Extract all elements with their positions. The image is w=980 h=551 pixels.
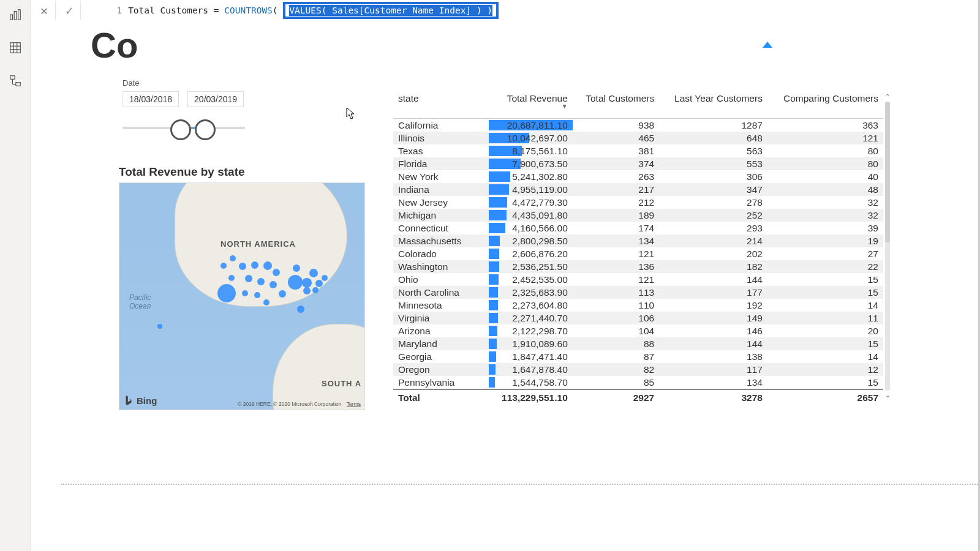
table-row[interactable]: Connecticut4,160,566.0017429339 [393,222,883,234]
table-row[interactable]: Washington2,536,251.5013618222 [393,260,883,273]
map-bubble[interactable] [221,263,227,269]
map-bubble[interactable] [302,278,312,288]
col-revenue[interactable]: Total Revenue▼ [489,91,573,119]
map-bubble[interactable] [293,264,300,272]
map-bubble[interactable] [263,261,272,270]
cell-comp: 15 [767,337,883,350]
svg-rect-2 [18,10,21,20]
map-bubble[interactable] [312,287,318,293]
date-start-input[interactable]: 18/03/2018 [123,91,179,107]
table-row[interactable]: Michigan4,435,091.8018925232 [393,209,883,222]
map-visual[interactable]: Total Revenue by state NORTH AMERICA SOU… [119,165,370,410]
map-bubble[interactable] [230,255,236,261]
cell-revenue: 1,647,878.40 [489,363,573,376]
col-comp-customers[interactable]: Comparing Customers [767,91,883,119]
mouse-cursor-icon [346,107,356,121]
table-row[interactable]: Arizona2,122,298.7010414620 [393,324,883,337]
slider-handle-end[interactable] [195,119,216,140]
table-row[interactable]: Indiana4,955,119.0021734748 [393,183,883,196]
map-bubble[interactable] [273,269,280,276]
map-bubble[interactable] [322,275,328,281]
map-bubble[interactable] [217,284,236,302]
date-end-input[interactable]: 20/03/2019 [187,91,244,107]
date-slicer[interactable]: Date 18/03/2018 20/03/2019 [123,78,245,140]
cell-revenue: 2,271,440.70 [489,312,573,324]
formula-bar[interactable]: ✕ ✓ 1Total Customers = COUNTROWS( VALUES… [31,0,502,21]
table-row[interactable]: Illinois10,042,697.00465648121 [393,132,883,144]
model-view-button[interactable] [4,70,26,92]
cell-customers: 465 [573,132,659,144]
page-divider [61,484,980,485]
map-bubble[interactable] [242,290,248,296]
formula-cancel-button[interactable]: ✕ [33,1,56,20]
table-row[interactable]: New York5,241,302.8026330640 [393,170,883,183]
table-scrollbar[interactable]: ⌃ ⌄ [883,93,892,399]
cell-comp: 15 [767,376,883,389]
map-bubble[interactable] [288,275,303,290]
table-visual[interactable]: state Total Revenue▼ Total Customers Las… [393,91,883,405]
table-row[interactable]: Texas8,175,561.1038156380 [393,144,883,157]
report-view-button[interactable] [4,4,26,26]
map-bubble[interactable] [315,280,323,287]
map-bubble[interactable] [263,299,270,305]
table-row[interactable]: Georgia1,847,471.408713814 [393,350,883,363]
bing-icon [124,395,133,406]
revenue-table[interactable]: state Total Revenue▼ Total Customers Las… [393,91,883,405]
cell-revenue: 4,472,779.30 [489,196,573,209]
map-bubble[interactable] [297,305,304,313]
map-canvas[interactable]: NORTH AMERICA SOUTH A Pacific Ocean [119,182,365,410]
cell-customers: 174 [573,222,659,234]
map-bubble[interactable] [309,269,318,277]
map-bubble[interactable] [303,287,311,294]
formula-text[interactable]: 1Total Customers = COUNTROWS( VALUES( Sa… [81,0,502,26]
total-customers: 2927 [573,389,659,405]
table-row[interactable]: Florida7,900,673.5037455380 [393,157,883,170]
formula-commit-button[interactable]: ✓ [58,1,81,20]
cell-ly: 306 [659,170,767,183]
cell-state: Washington [393,260,489,273]
table-row[interactable]: Minnesota2,273,604.8011019214 [393,299,883,312]
scroll-down-icon[interactable]: ⌄ [883,392,892,399]
table-row[interactable]: Maryland1,910,089.608814415 [393,337,883,350]
cell-comp: 14 [767,350,883,363]
report-canvas: ✕ ✓ 1Total Customers = COUNTROWS( VALUES… [31,0,980,551]
table-row[interactable]: Oregon1,647,878.408211712 [393,363,883,376]
svg-rect-9 [16,83,20,86]
map-bubble[interactable] [279,290,286,298]
map-bubble[interactable] [254,292,260,298]
slider-handle-start[interactable] [170,119,191,140]
table-row[interactable]: New Jersey4,472,779.3021227832 [393,196,883,209]
map-bubble[interactable] [251,261,258,269]
cell-customers: 87 [573,350,659,363]
map-terms-link[interactable]: Terms [347,401,361,407]
data-view-button[interactable] [4,37,26,59]
col-customers[interactable]: Total Customers [573,91,659,119]
map-bubble[interactable] [257,278,265,285]
map-bubble[interactable] [245,275,252,282]
table-row[interactable]: Virginia2,271,440.7010614911 [393,312,883,324]
table-row[interactable]: California20,687,811.109381287363 [393,119,883,132]
cell-state: Michigan [393,209,489,222]
cell-comp: 40 [767,170,883,183]
cell-revenue: 2,800,298.50 [489,234,573,247]
table-row[interactable]: Massachusetts2,800,298.5013421419 [393,234,883,247]
table-row[interactable]: North Carolina2,325,683.9011317715 [393,286,883,299]
map-bubble[interactable] [228,275,235,281]
map-bubble[interactable] [270,281,277,288]
table-row[interactable]: Colorado2,606,876.2012120227 [393,247,883,260]
scroll-thumb[interactable] [885,102,890,242]
map-bubble[interactable] [157,324,162,329]
total-label: Total [393,389,489,405]
scroll-up-icon[interactable]: ⌃ [883,93,892,100]
date-range-slider[interactable] [123,116,245,140]
map-title: Total Revenue by state [119,165,370,179]
table-row[interactable]: Pennsylvania1,544,758.708513415 [393,376,883,389]
map-bubble[interactable] [239,263,246,270]
col-ly-customers[interactable]: Last Year Customers [659,91,767,119]
cell-customers: 82 [573,363,659,376]
total-comp: 2657 [767,389,883,405]
table-row[interactable]: Ohio2,452,535.0012114415 [393,273,883,286]
cell-comp: 80 [767,144,883,157]
cell-customers: 110 [573,299,659,312]
col-state[interactable]: state [393,91,489,119]
